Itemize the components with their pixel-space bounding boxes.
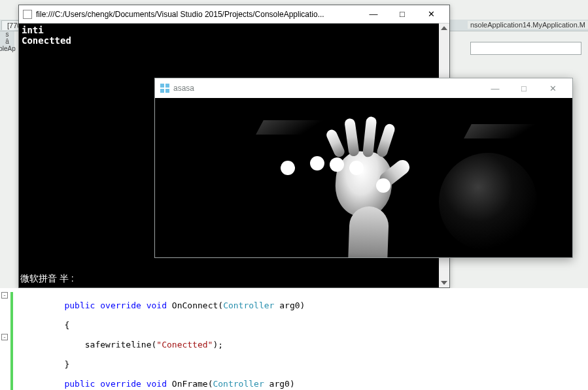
finger bbox=[362, 116, 377, 157]
fingertip-marker bbox=[376, 178, 390, 193]
ide-side-glyph2: â bbox=[5, 38, 9, 45]
camera-title-text: asasa bbox=[173, 84, 194, 93]
code-line: { bbox=[18, 320, 305, 330]
wrist bbox=[347, 206, 389, 257]
finger bbox=[375, 123, 396, 158]
camera-title: asasa bbox=[160, 84, 481, 93]
ide-dropdown[interactable] bbox=[470, 42, 581, 55]
ceiling-reflection bbox=[256, 120, 336, 135]
fingertip-marker bbox=[310, 156, 324, 171]
finger bbox=[344, 118, 360, 157]
camera-image bbox=[155, 98, 572, 257]
camera-titlebar[interactable]: asasa ― □ ✕ bbox=[155, 78, 572, 98]
code-line: public override void OnConnect(Controlle… bbox=[18, 301, 305, 310]
ide-side-glyph: s bbox=[6, 31, 9, 38]
console-line: inti bbox=[22, 25, 447, 35]
maximize-button[interactable]: □ bbox=[388, 6, 417, 23]
ide-side-panel: s â oleAp bbox=[0, 31, 14, 51]
ime-status: 微软拼音 半 : bbox=[20, 273, 74, 285]
code-line: } bbox=[18, 359, 305, 369]
camera-window: asasa ― □ ✕ bbox=[154, 78, 573, 258]
outline-collapse-icon[interactable]: - bbox=[1, 334, 8, 340]
code-line: safewriteline("Conectted"); bbox=[18, 340, 305, 349]
change-indicator bbox=[10, 292, 13, 390]
ide-file-tab[interactable]: nsoleApplication14.MyApplication.M bbox=[468, 21, 588, 29]
code-lines: public override void OnConnect(Controlle… bbox=[16, 288, 305, 390]
console-titlebar[interactable]: file:///C:/Users/chengk/Documents/Visual… bbox=[19, 5, 449, 24]
app-icon bbox=[160, 84, 169, 93]
minimize-button[interactable]: ― bbox=[359, 6, 388, 23]
console-app-icon bbox=[23, 10, 32, 19]
close-button[interactable]: ✕ bbox=[417, 6, 445, 23]
ceiling-reflection bbox=[464, 124, 550, 138]
fingertip-marker bbox=[281, 161, 295, 175]
face-reflection bbox=[439, 153, 537, 251]
code-editor[interactable]: - - public override void OnConnect(Contr… bbox=[0, 288, 588, 390]
close-button[interactable]: ✕ bbox=[538, 79, 567, 97]
minimize-button[interactable]: ― bbox=[481, 79, 510, 97]
outline-collapse-icon[interactable]: - bbox=[1, 292, 8, 299]
ide-side-text: oleAp bbox=[0, 45, 16, 52]
fingertip-marker bbox=[349, 161, 364, 175]
code-line: public override void OnFrame(Controller … bbox=[18, 379, 305, 389]
fingertip-marker bbox=[330, 157, 344, 172]
console-line: Conectted bbox=[22, 35, 447, 46]
finger bbox=[325, 128, 347, 159]
editor-gutter: - - bbox=[0, 288, 16, 390]
console-title: file:///C:/Users/chengk/Documents/Visual… bbox=[36, 10, 359, 19]
maximize-button[interactable]: □ bbox=[510, 79, 538, 97]
